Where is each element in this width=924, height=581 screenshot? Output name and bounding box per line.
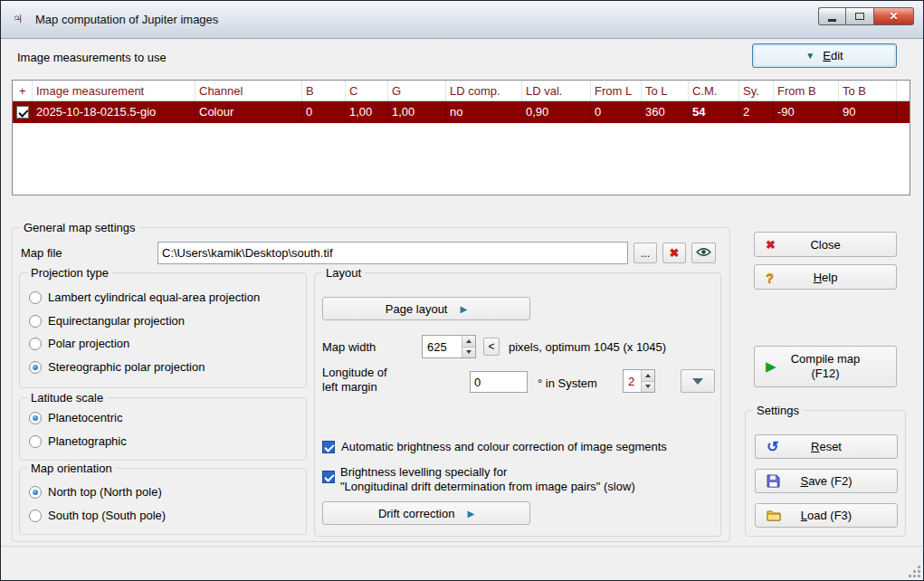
delete-icon: ✖ (670, 246, 680, 260)
radio-icon (29, 486, 42, 499)
measurements-table: + Image measurement Channel B C G LD com… (12, 80, 910, 195)
column-header-g: G (388, 81, 446, 100)
table-header-row: + Image measurement Channel B C G LD com… (13, 81, 910, 101)
map-width-hint: pixels, optimum 1045 (x 1045) (509, 340, 666, 354)
drift-correction-label: Drift correction (378, 507, 455, 520)
dropdown-arrow-icon (692, 378, 703, 385)
table-row[interactable]: 2025-10-18-0215.5-gio Colour 0 1,00 1,00… (13, 101, 910, 123)
cell-ld-comp: no (446, 101, 522, 123)
map-width-decrease-button[interactable]: < (483, 338, 500, 356)
browse-ellipsis-icon: ... (641, 247, 650, 260)
layout-label: Layout (322, 266, 365, 280)
auto-brightness-label: Automatic brightness and colour correcti… (341, 440, 667, 453)
radio-stereographic-polar-projection[interactable]: Stereographic polar projection (29, 360, 205, 374)
minimize-icon (828, 19, 836, 22)
edit-button-label: Edit (823, 49, 843, 62)
column-header-c: C (346, 81, 388, 100)
down-arrow-icon (645, 385, 651, 388)
column-header-ld-val: LD val. (522, 81, 591, 100)
edit-dropdown-icon: ▼ (805, 51, 814, 61)
radio-icon (29, 338, 42, 350)
system-input[interactable] (624, 370, 641, 392)
radio-planetocentric[interactable]: Planetocentric (29, 411, 122, 424)
close-x-icon: ✖ (766, 238, 776, 252)
close-button[interactable]: ✖ Close (754, 232, 897, 257)
titlebar[interactable]: ♃ Map computation of Jupiter images ✕ (1, 1, 923, 39)
map-width-input[interactable] (423, 336, 462, 357)
system-down-button[interactable] (642, 382, 654, 393)
up-arrow-icon (645, 374, 651, 377)
caption-buttons: ✕ (818, 7, 914, 25)
brightness-levelling-checkbox-row[interactable] (322, 471, 335, 483)
column-header-to-l: To L (642, 81, 689, 100)
radio-equirectangular-projection[interactable]: Equirectangular projection (29, 314, 185, 328)
auto-brightness-checkbox[interactable] (322, 441, 335, 453)
map-computation-window: ♃ Map computation of Jupiter images ✕ Im… (0, 0, 924, 581)
radio-north-top[interactable]: North top (North pole) (29, 485, 162, 499)
projection-type-group: Projection type Lambert cylindrical equa… (19, 272, 307, 388)
edit-button[interactable]: ▼ Edit (752, 43, 897, 68)
reset-undo-icon: ↺ (767, 441, 778, 453)
cell-sy: 2 (739, 101, 774, 123)
cell-from-b: -90 (774, 101, 839, 123)
row-use-checkbox[interactable] (16, 106, 29, 119)
map-file-browse-button[interactable]: ... (633, 243, 657, 263)
cell-to-l: 360 (642, 101, 689, 123)
radio-south-top[interactable]: South top (South pole) (29, 509, 166, 522)
column-header-plus: + (13, 81, 33, 100)
help-button-label: Help (814, 271, 838, 284)
window-title: Map computation of Jupiter images (35, 13, 218, 26)
radio-lambert-projection[interactable]: Lambert cylindrical equal-area projectio… (29, 290, 260, 304)
map-file-delete-button[interactable]: ✖ (662, 243, 686, 263)
map-orientation-label: Map orientation (27, 462, 116, 475)
cell-g: 1,00 (388, 101, 446, 123)
cell-c: 1,00 (346, 101, 388, 123)
minimize-button[interactable] (818, 7, 845, 25)
close-window-icon: ✕ (889, 10, 898, 23)
app-icon: ♃ (12, 11, 24, 27)
auto-brightness-checkbox-row[interactable]: Automatic brightness and colour correcti… (322, 440, 667, 453)
radio-polar-projection[interactable]: Polar projection (29, 337, 129, 350)
compile-map-button[interactable]: ▶ Compile map (F12) (754, 346, 897, 387)
map-width-up-button[interactable] (462, 336, 475, 348)
cell-filler (897, 101, 910, 123)
column-header-ld-comp: LD comp. (446, 81, 522, 100)
latitude-scale-group: Latitude scale Planetocentric Planetogra… (19, 397, 307, 461)
column-header-image-measurement: Image measurement (33, 81, 195, 100)
save-button[interactable]: Save (F2) (755, 469, 898, 493)
resize-grip[interactable] (909, 566, 920, 577)
load-button[interactable]: Load (F3) (755, 503, 898, 528)
brightness-levelling-label-line1: Brightness levelling specially for (340, 465, 507, 479)
map-file-label: Map file (21, 246, 62, 260)
system-up-button[interactable] (642, 370, 654, 382)
map-orientation-group: Map orientation North top (North pole) S… (19, 468, 307, 535)
brightness-levelling-checkbox[interactable] (322, 471, 335, 483)
cell-from-l: 0 (591, 101, 642, 123)
radio-label: Planetographic (48, 434, 127, 448)
submenu-arrow-icon: ▶ (460, 304, 467, 314)
system-spin-buttons (641, 370, 654, 392)
page-layout-button[interactable]: Page layout ▶ (322, 297, 530, 320)
page-layout-label: Page layout (386, 302, 448, 316)
map-width-down-button[interactable] (462, 348, 475, 358)
brightness-levelling-label-line2: "Longitudinal drift determination from i… (340, 480, 635, 493)
radio-icon (29, 412, 42, 424)
reset-button[interactable]: ↺ Reset (755, 434, 898, 459)
map-file-preview-button[interactable] (691, 243, 716, 263)
system-dropdown-button[interactable] (681, 369, 715, 393)
status-bar (1, 546, 923, 580)
close-window-button[interactable]: ✕ (874, 7, 914, 25)
longitude-input[interactable] (470, 371, 528, 393)
layout-group: Layout Page layout ▶ Map width < pixels,… (314, 272, 721, 537)
radio-icon (29, 435, 42, 448)
close-button-label: Close (810, 238, 840, 252)
map-file-input[interactable] (157, 242, 628, 264)
compile-map-label-line1: Compile map (791, 352, 861, 367)
help-button[interactable]: ? Help (754, 264, 897, 290)
drift-correction-button[interactable]: Drift correction ▶ (322, 501, 530, 525)
radio-label: Polar projection (48, 337, 129, 350)
settings-group: Settings ↺ Reset Save (F2) Load (F3) (745, 410, 906, 537)
radio-planetographic[interactable]: Planetographic (29, 434, 127, 448)
help-icon: ? (766, 270, 774, 285)
maximize-button[interactable] (845, 7, 874, 25)
